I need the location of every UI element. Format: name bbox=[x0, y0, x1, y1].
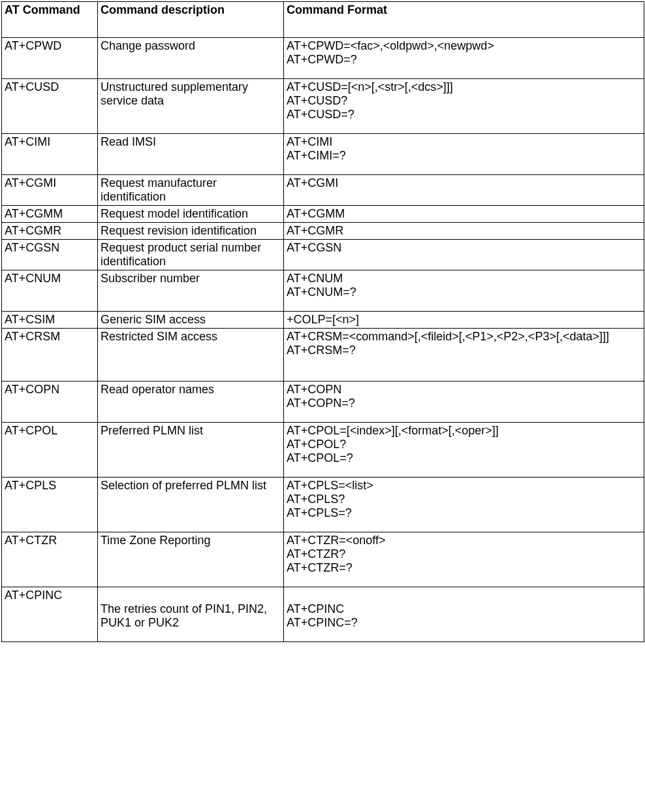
cell-description: Read operator names bbox=[98, 382, 284, 423]
table-row: AT+CPINC The retries count of PIN1, PIN2… bbox=[2, 587, 644, 642]
cell-description: Request manufacturer identification bbox=[98, 175, 284, 206]
cell-description: Change password bbox=[98, 38, 284, 79]
table-row: AT+CTZRTime Zone ReportingAT+CTZR=<onoff… bbox=[2, 532, 644, 587]
cell-description: Request product serial number identifica… bbox=[98, 240, 284, 270]
cell-at-command: AT+CGMR bbox=[2, 223, 98, 240]
cell-description: Subscriber number bbox=[98, 270, 284, 312]
table-row: AT+CPOLPreferred PLMN listAT+CPOL=[<inde… bbox=[2, 423, 644, 478]
cell-at-command: AT+CNUM bbox=[2, 270, 98, 312]
cell-at-command: AT+CGMI bbox=[2, 175, 98, 206]
table-row: AT+CUSDUnstructured supplementary servic… bbox=[2, 79, 644, 134]
cell-format: AT+CRSM=<command>[,<fileid>[,<P1>,<P2>,<… bbox=[284, 329, 644, 382]
cell-description: Request model identification bbox=[98, 206, 284, 223]
header-description: Command description bbox=[98, 2, 284, 38]
cell-description: Read IMSI bbox=[98, 134, 284, 175]
cell-at-command: AT+CUSD bbox=[2, 79, 98, 134]
table-row: AT+CIMIRead IMSIAT+CIMI AT+CIMI=? bbox=[2, 134, 644, 175]
cell-at-command: AT+CPINC bbox=[2, 587, 98, 642]
cell-at-command: AT+CGSN bbox=[2, 240, 98, 270]
cell-format: AT+CPLS=<list> AT+CPLS? AT+CPLS=? bbox=[284, 478, 644, 532]
table-row: AT+CGMIRequest manufacturer identificati… bbox=[2, 175, 644, 206]
cell-description: Restricted SIM access bbox=[98, 329, 284, 382]
cell-at-command: AT+CRSM bbox=[2, 329, 98, 382]
table-header-row: AT Command Command description Command F… bbox=[2, 2, 644, 38]
table-row: AT+CPLSSelection of preferred PLMN listA… bbox=[2, 478, 644, 532]
cell-at-command: AT+CSIM bbox=[2, 312, 98, 329]
cell-format: AT+CPOL=[<index>][,<format>[,<oper>]] AT… bbox=[284, 423, 644, 478]
cell-format: AT+CPWD=<fac>,<oldpwd>,<newpwd> AT+CPWD=… bbox=[284, 38, 644, 79]
cell-format: AT+CTZR=<onoff> AT+CTZR? AT+CTZR=? bbox=[284, 532, 644, 587]
header-format: Command Format bbox=[284, 2, 644, 38]
cell-description: The retries count of PIN1, PIN2, PUK1 or… bbox=[98, 587, 284, 642]
cell-format: AT+CNUM AT+CNUM=? bbox=[284, 270, 644, 312]
cell-at-command: AT+CPWD bbox=[2, 38, 98, 79]
cell-description: Generic SIM access bbox=[98, 312, 284, 329]
table-row: AT+CSIMGeneric SIM access+COLP=[<n>] bbox=[2, 312, 644, 329]
table-row: AT+CGMRRequest revision identificationAT… bbox=[2, 223, 644, 240]
table-row: AT+CGSNRequest product serial number ide… bbox=[2, 240, 644, 270]
table-row: AT+COPNRead operator namesAT+COPN AT+COP… bbox=[2, 382, 644, 423]
cell-description: Time Zone Reporting bbox=[98, 532, 284, 587]
cell-at-command: AT+COPN bbox=[2, 382, 98, 423]
table-row: AT+CGMMRequest model identificationAT+CG… bbox=[2, 206, 644, 223]
cell-description: Preferred PLMN list bbox=[98, 423, 284, 478]
cell-at-command: AT+CPLS bbox=[2, 478, 98, 532]
table-row: AT+CNUMSubscriber numberAT+CNUM AT+CNUM=… bbox=[2, 270, 644, 312]
cell-description: Selection of preferred PLMN list bbox=[98, 478, 284, 532]
cell-description: Request revision identification bbox=[98, 223, 284, 240]
cell-at-command: AT+CPOL bbox=[2, 423, 98, 478]
cell-at-command: AT+CTZR bbox=[2, 532, 98, 587]
table-row: AT+CPWDChange passwordAT+CPWD=<fac>,<old… bbox=[2, 38, 644, 79]
cell-format: AT+CGSN bbox=[284, 240, 644, 270]
at-command-table: AT Command Command description Command F… bbox=[1, 1, 644, 642]
table-row: AT+CRSMRestricted SIM accessAT+CRSM=<com… bbox=[2, 329, 644, 382]
cell-format: AT+CPINC AT+CPINC=? bbox=[284, 587, 644, 642]
cell-at-command: AT+CIMI bbox=[2, 134, 98, 175]
cell-format: AT+COPN AT+COPN=? bbox=[284, 382, 644, 423]
cell-format: AT+CGMM bbox=[284, 206, 644, 223]
cell-format: +COLP=[<n>] bbox=[284, 312, 644, 329]
header-at-command: AT Command bbox=[2, 2, 98, 38]
cell-format: AT+CGMR bbox=[284, 223, 644, 240]
cell-description: Unstructured supplementary service data bbox=[98, 79, 284, 134]
cell-format: AT+CIMI AT+CIMI=? bbox=[284, 134, 644, 175]
cell-format: AT+CUSD=[<n>[,<str>[,<dcs>]]] AT+CUSD? A… bbox=[284, 79, 644, 134]
cell-format: AT+CGMI bbox=[284, 175, 644, 206]
cell-at-command: AT+CGMM bbox=[2, 206, 98, 223]
